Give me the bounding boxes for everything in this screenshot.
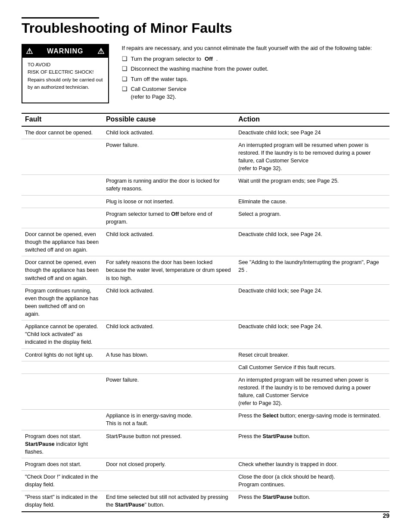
cause-cell: For safety reasons the door has been loc… [103, 256, 235, 284]
cause-cell: Power failure. [103, 373, 235, 410]
table-row: Power failure. An interrupted program wi… [22, 373, 389, 410]
fault-cell: Program continues running, even though t… [22, 284, 103, 320]
action-cell: Deactivate child lock; see Page 24. [235, 284, 389, 320]
fault-cell [22, 195, 103, 208]
action-cell: An interrupted program will be resumed w… [235, 373, 389, 410]
table-header-row: Fault Possible cause Action [22, 113, 389, 126]
action-cell: Deactivate child lock; see Page 24 [235, 126, 389, 139]
cause-cell [103, 361, 235, 373]
cause-cell: Child lock activated. [103, 126, 235, 139]
table-row: Program selector turned to Off before en… [22, 208, 389, 228]
fault-cell: Door cannot be opened, even though the a… [22, 228, 103, 256]
fault-cell: Appliance cannot be operated. "Child loc… [22, 320, 103, 348]
cause-cell: Door not closed properly. [103, 458, 235, 470]
action-cell: Press the Select button; energy-saving m… [235, 410, 389, 430]
checklist: Turn the program selector to Off. Discon… [122, 55, 372, 101]
header-cause: Possible cause [103, 113, 235, 126]
header-action: Action [235, 113, 389, 126]
table-row: Appliance is in energy-saving mode.This … [22, 410, 389, 430]
table-row: Call Customer Service if this fault recu… [22, 361, 389, 373]
action-cell: Deactivate child lock; see Page 24. [235, 320, 389, 348]
table-row: Power failure. An interrupted program wi… [22, 139, 389, 175]
fault-cell [22, 139, 103, 175]
cause-cell: Child lock activated. [103, 284, 235, 320]
cause-cell: End time selected but still not activate… [103, 491, 235, 512]
fault-cell: "Check Door !" indicated in the display … [22, 471, 103, 491]
warning-body: TO AVOID RISK OF ELECTRIC SHOCK! Repairs… [28, 61, 103, 91]
cause-cell: Child lock activated. [103, 320, 235, 348]
cause-cell: Program selector turned to Off before en… [103, 208, 235, 228]
table-row: Program does not start. Door not closed … [22, 458, 389, 470]
fault-cell: Program does not start. [22, 458, 103, 470]
warning-box: ⚠ WARNING ⚠ TO AVOID RISK OF ELECTRIC SH… [22, 44, 109, 103]
table-row: Plug is loose or not inserted. Eliminate… [22, 195, 389, 208]
warning-triangle-right: ⚠ [97, 47, 105, 56]
action-cell: Eliminate the cause. [235, 195, 389, 208]
table-row: Program is running and/or the door is lo… [22, 175, 389, 195]
table-row: "Check Door !" indicated in the display … [22, 471, 389, 491]
cause-cell [103, 471, 235, 491]
action-cell: See "Adding to the laundry/Interrupting … [235, 256, 389, 284]
action-cell: Check whether laundry is trapped in door… [235, 458, 389, 470]
table-row: Program does not start. Start/Pause indi… [22, 430, 389, 458]
table-row: "Press start" is indicated in the displa… [22, 491, 389, 512]
cause-cell: Start/Pause button not pressed. [103, 430, 235, 458]
fault-cell: Door cannot be opened, even though the a… [22, 256, 103, 284]
action-cell: Deactivate child lock, see Page 24. [235, 228, 389, 256]
fault-cell: Control lights do not light up. [22, 348, 103, 361]
action-cell: Press the Start/Pause button. [235, 430, 389, 458]
warning-label: WARNING [47, 47, 83, 55]
cause-cell: A fuse has blown. [103, 348, 235, 361]
fault-cell [22, 208, 103, 228]
header-fault: Fault [22, 113, 103, 126]
cause-cell: Appliance is in energy-saving mode.This … [103, 410, 235, 430]
action-cell: Reset circuit breaker. [235, 348, 389, 361]
action-cell: An interrupted program will be resumed w… [235, 139, 389, 175]
checklist-item: Turn off the water taps. [122, 75, 372, 84]
action-cell: Wait until the program ends; see Page 25… [235, 175, 389, 195]
table-row: The door cannot be opened. Child lock ac… [22, 126, 389, 139]
cause-cell: Plug is loose or not inserted. [103, 195, 235, 208]
page-title: Troubleshooting of Minor Faults [22, 20, 389, 36]
action-cell: Close the door (a click should be heard)… [235, 471, 389, 491]
fault-cell [22, 373, 103, 410]
table-row: Control lights do not light up. A fuse h… [22, 348, 389, 361]
table-row: Appliance cannot be operated. "Child loc… [22, 320, 389, 348]
fault-cell: "Press start" is indicated in the displa… [22, 491, 103, 512]
top-rule [22, 17, 99, 19]
fault-cell: Program does not start. Start/Pause indi… [22, 430, 103, 458]
cause-cell: Program is running and/or the door is lo… [103, 175, 235, 195]
action-cell: Press the Start/Pause button. [235, 491, 389, 512]
fault-cell: The door cannot be opened. [22, 126, 103, 139]
action-cell: Select a program. [235, 208, 389, 228]
fault-cell [22, 175, 103, 195]
checklist-item: Call Customer Service(refer to Page 32). [122, 85, 372, 101]
warning-triangle-left: ⚠ [26, 47, 33, 56]
fault-cell [22, 410, 103, 430]
table-row: Door cannot be opened, even though the a… [22, 228, 389, 256]
cause-cell: Power failure. [103, 139, 235, 175]
fault-table: Fault Possible cause Action The door can… [22, 113, 389, 512]
action-cell: Call Customer Service if this fault recu… [235, 361, 389, 373]
cause-cell: Child lock activated. [103, 228, 235, 256]
table-row: Program continues running, even though t… [22, 284, 389, 320]
checklist-item: Turn the program selector to Off. [122, 55, 372, 63]
intro-para: If repairs are necessary, and you cannot… [122, 44, 372, 53]
table-row: Door cannot be opened, even though the a… [22, 256, 389, 284]
page-number: 29 [383, 512, 389, 519]
checklist-item: Disconnect the washing machine from the … [122, 65, 372, 73]
fault-cell [22, 361, 103, 373]
intro-section: ⚠ WARNING ⚠ TO AVOID RISK OF ELECTRIC SH… [22, 44, 389, 103]
intro-right: If repairs are necessary, and you cannot… [122, 44, 372, 103]
warning-header: ⚠ WARNING ⚠ [22, 45, 108, 58]
